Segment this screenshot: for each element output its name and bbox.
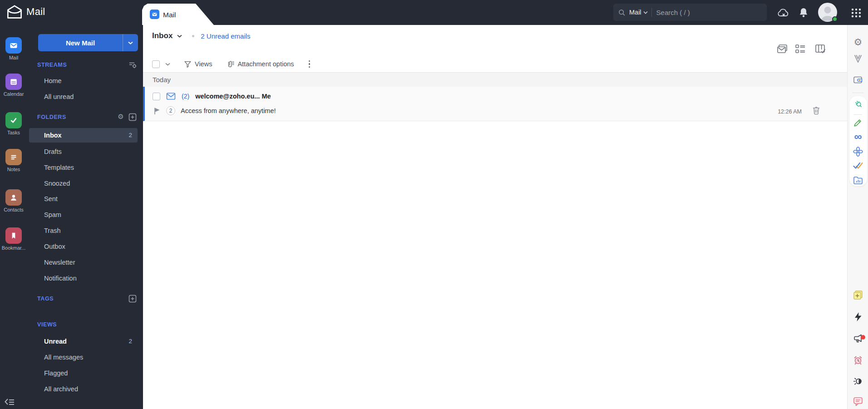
delete-email-icon[interactable]	[812, 106, 821, 115]
theme-toggle-icon[interactable]	[853, 376, 863, 387]
new-mail-label: New Mail	[38, 39, 123, 47]
current-folder-title[interactable]: Inbox	[152, 31, 173, 40]
add-note-icon[interactable]	[853, 290, 863, 301]
list-view-icon[interactable]	[794, 43, 806, 55]
panel-divider	[854, 114, 862, 115]
search-input[interactable]	[656, 9, 734, 16]
rail-item-contacts[interactable]: Contacts	[0, 189, 27, 212]
sidebar-item-drafts[interactable]: Drafts	[29, 144, 138, 159]
separator-dot	[192, 35, 194, 37]
paperclip-v-icon[interactable]	[853, 54, 863, 64]
streams-section-header: STREAMS	[37, 57, 67, 73]
select-all-checkbox[interactable]	[152, 60, 160, 68]
select-dropdown-icon[interactable]	[165, 63, 170, 66]
workdrive-folder-icon[interactable]	[853, 175, 863, 186]
rail-label: Mail	[0, 55, 27, 60]
tasks-app-icon	[5, 112, 22, 128]
app-rail: Mail Calendar Tasks Notes Contacts Bo	[0, 25, 27, 409]
views-filter-button[interactable]: Views	[184, 60, 212, 68]
sidebar-item-inbox[interactable]: Inbox 2	[29, 128, 138, 143]
flag-icon[interactable]	[153, 107, 161, 115]
double-check-icon[interactable]	[853, 161, 863, 172]
notifications-bell-icon[interactable]	[797, 6, 810, 19]
mail-tab-label: Mail	[163, 11, 176, 19]
sidebar-item-all-archived[interactable]: All archived	[29, 381, 138, 397]
sidebar-item-spam[interactable]: Spam	[29, 207, 138, 222]
apps-grid-icon[interactable]	[850, 6, 863, 19]
paperclip-icon	[226, 60, 234, 69]
rail-label: Notes	[0, 167, 27, 172]
mail-list-pane: Inbox 2 Unread emails Views	[143, 25, 847, 409]
lightning-icon[interactable]	[853, 311, 863, 322]
top-bar: Mail Mail	[0, 0, 868, 25]
reminders-alarm-icon[interactable]	[853, 355, 863, 365]
email-subject: Access from anywhere, anytime!	[181, 107, 276, 114]
rail-item-bookmarks[interactable]: Bookmar...	[0, 227, 27, 251]
new-mail-dropdown[interactable]	[123, 34, 138, 51]
sidebar-item-sent[interactable]: Sent	[29, 191, 138, 207]
collapse-sidebar-icon[interactable]	[4, 397, 15, 406]
sidebar-item-home[interactable]: Home	[29, 73, 138, 89]
conversation-view-icon[interactable]	[776, 43, 788, 55]
thread-count-badge: 2	[166, 106, 175, 115]
sign-icon[interactable]	[853, 116, 863, 127]
sidebar-item-unread[interactable]: Unread 2	[29, 334, 138, 349]
search-bar[interactable]: Mail	[613, 4, 767, 21]
wallet-icon[interactable]	[853, 74, 863, 85]
folder-chevron-icon[interactable]	[177, 34, 182, 38]
offline-cloud-icon[interactable]	[777, 6, 790, 19]
rail-divider	[852, 93, 864, 93]
email-list-item[interactable]: (2) welcome@zoho.eu... Me 2 Access from …	[143, 87, 847, 121]
date-group-header: Today	[143, 72, 847, 87]
zoho-mail-logo-icon	[6, 5, 23, 20]
sidebar-item-templates[interactable]: Templates	[29, 160, 138, 175]
rail-item-calendar[interactable]: Calendar	[0, 74, 27, 97]
bookmarks-app-icon	[5, 227, 22, 244]
email-checkbox[interactable]	[153, 93, 160, 100]
streams-settings-icon[interactable]	[128, 61, 137, 69]
add-tag-icon[interactable]	[128, 295, 137, 303]
new-mail-button[interactable]: New Mail	[38, 34, 138, 51]
presence-status-dot	[832, 16, 838, 22]
folders-section-header: FOLDERS	[37, 109, 66, 125]
email-time: 12:26 AM	[778, 108, 802, 115]
unread-envelope-icon	[166, 92, 176, 100]
settings-gear-icon[interactable]: ⚙	[853, 36, 863, 47]
ewidget-plug-icon[interactable]	[853, 98, 863, 109]
search-icon	[618, 9, 626, 16]
ewidget-rail: ⚙ ∞	[847, 25, 868, 409]
add-folder-icon[interactable]	[128, 113, 137, 121]
sidebar-item-snoozed[interactable]: Snoozed	[29, 176, 138, 191]
sidebar-item-all-unread[interactable]: All unread	[29, 89, 138, 104]
tags-section-header: TAGS	[37, 291, 54, 306]
folder-sidebar: New Mail STREAMS Home All unread FOLDERS…	[27, 25, 143, 409]
sidebar-item-trash[interactable]: Trash	[29, 223, 138, 238]
announcement-notification-dot	[861, 335, 865, 340]
mail-tab-icon	[150, 10, 159, 19]
sidebar-item-newsletter[interactable]: Newsletter	[29, 255, 138, 270]
rail-item-mail[interactable]: Mail	[0, 37, 27, 60]
search-scope-select[interactable]: Mail	[629, 9, 641, 16]
feedback-chat-icon[interactable]	[853, 396, 863, 407]
sidebar-item-notification[interactable]: Notification	[29, 271, 138, 286]
unread-emails-link[interactable]: 2 Unread emails	[201, 32, 250, 40]
sidebar-item-outbox[interactable]: Outbox	[29, 239, 138, 254]
rail-item-notes[interactable]: Notes	[0, 149, 27, 172]
column-view-icon[interactable]	[814, 43, 826, 55]
crm-infinity-icon[interactable]: ∞	[853, 131, 863, 142]
notes-app-icon	[5, 149, 22, 165]
clover-flower-icon[interactable]	[853, 146, 863, 157]
rail-item-tasks[interactable]: Tasks	[0, 112, 27, 135]
more-options-kebab-icon[interactable]	[307, 59, 312, 70]
chevron-down-icon	[643, 11, 648, 14]
rail-label: Bookmar...	[0, 245, 27, 251]
mail-app-icon	[5, 37, 22, 54]
list-header: Inbox 2 Unread emails	[152, 31, 251, 40]
attachment-options-button[interactable]: Attachment options	[226, 60, 294, 69]
funnel-icon	[184, 60, 192, 68]
sidebar-item-all-messages[interactable]: All messages	[29, 350, 138, 365]
folder-settings-gear-icon[interactable]: ⚙	[117, 113, 125, 121]
views-section-header: VIEWS	[37, 317, 57, 332]
inbox-count: 2	[128, 128, 132, 143]
sidebar-item-flagged[interactable]: Flagged	[29, 365, 138, 381]
